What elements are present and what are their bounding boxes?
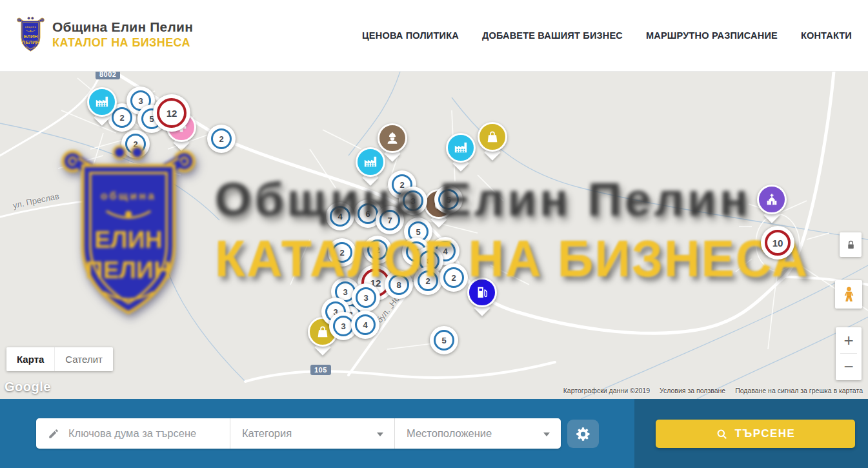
street-view-pegman-button[interactable] [835,280,862,309]
road-number-badge: 105 [310,365,331,375]
site-title: Община Елин Пелин [52,19,193,34]
municipality-crest-icon [15,15,46,54]
search-icon [716,428,728,440]
bag-icon [478,122,507,152]
cluster-count: 2 [211,128,232,149]
search-fields: Категория Местоположение [36,418,561,449]
main-nav: ЦЕНОВА ПОЛИТИКА ДОБАВЕТЕ ВАШИЯТ БИЗНЕС М… [362,0,852,71]
advanced-search-gear-button[interactable] [567,420,599,448]
keyword-field-wrap [36,418,230,449]
cluster-marker[interactable]: 5 [434,185,463,214]
cluster-count: 2 [112,107,132,128]
cluster-marker[interactable]: 4 [326,202,354,230]
nav-add-your-business[interactable]: ДОБАВЕТЕ ВАШИЯТ БИЗНЕС [482,30,623,41]
cluster-count: 5 [438,189,459,210]
nav-contacts[interactable]: КОНТАКТИ [801,30,852,41]
cluster-marker[interactable]: 2 [439,263,468,292]
keyword-search-input[interactable] [67,427,218,440]
nav-pricing-policy[interactable]: ЦЕНОВА ПОЛИТИКА [362,30,459,41]
cluster-count: 4 [355,314,376,335]
map-lock-button[interactable] [840,232,862,257]
cluster-count: 5 [434,330,454,351]
factory-icon [87,87,117,117]
cluster-marker[interactable]: 3 [352,283,380,312]
site-logo[interactable]: Община Елин Пелин КАТАЛОГ НА БИЗНЕСА [15,15,193,54]
site-subtitle: КАТАЛОГ НА БИЗНЕСА [52,36,193,50]
location-select-label: Местоположение [407,427,492,440]
header: Община Елин Пелин КАТАЛОГ НА БИЗНЕСА ЦЕН… [0,0,868,72]
cluster-marker[interactable]: 2 [414,267,442,295]
cluster-marker[interactable]: 10 [761,226,794,259]
cluster-marker[interactable]: 5 [430,326,458,354]
search-bar: Категория Местоположение ТЪРСЕНЕ [0,399,868,468]
factory-icon [446,133,476,163]
cluster-count: 3 [403,190,423,211]
cluster-marker[interactable]: 4 [351,310,379,339]
attribution-report-error-link[interactable]: Подаване на сигнал за грешка в картата [735,387,863,394]
road-number-badge: 8002 [96,72,120,79]
zoom-control: + − [836,327,862,380]
pegman-icon [840,286,858,303]
attribution-terms-link[interactable]: Условия за ползване [660,387,725,394]
cluster-count: 2 [332,242,352,263]
map-type-map-button[interactable]: Карта [6,347,54,371]
factory-icon [356,147,385,177]
cluster-marker[interactable]: 12 [153,94,190,132]
chevron-down-icon [543,432,550,436]
map[interactable]: 8002105ул. Преславбул. „Новосел 23512222… [0,72,868,399]
fuel-icon [467,278,497,307]
google-logo[interactable]: Google [5,380,51,394]
logo-text: Община Елин Пелин КАТАЛОГ НА БИЗНЕСА [52,19,193,49]
chevron-down-icon [377,432,383,436]
cluster-marker[interactable]: 2 [207,125,236,153]
gear-icon [575,426,591,442]
zoom-out-button[interactable]: − [836,354,862,380]
cluster-count: 12 [157,98,187,128]
category-select-label: Категория [242,427,292,440]
search-button[interactable]: ТЪРСЕНЕ [656,420,855,448]
cluster-marker[interactable]: 2 [328,238,356,267]
cluster-count: 10 [765,230,791,256]
church-icon [757,185,787,214]
cluster-count: 2 [443,267,464,288]
cluster-count: 4 [330,206,350,227]
zoom-in-button[interactable]: + [836,327,862,353]
search-button-label: ТЪРСЕНЕ [735,427,796,440]
cluster-count: 2 [418,270,438,291]
search-button-panel: ТЪРСЕНЕ [634,399,868,468]
cluster-count: 2 [367,239,388,260]
cluster-count: 7 [379,210,400,230]
nav-route-schedule[interactable]: МАРШРУТНО РАЗПИСАНИЕ [646,30,778,41]
map-attribution: Картографски данни ©2019 Условия за полз… [563,387,863,394]
map-type-control: Карта Сателит [6,347,113,371]
pencil-icon [48,428,59,440]
cluster-marker[interactable]: 7 [376,206,404,234]
cluster-marker[interactable]: 2 [121,130,150,158]
cluster-count: 2 [125,134,146,154]
cluster-marker[interactable]: 8 [385,270,413,299]
cluster-count: 8 [389,274,409,295]
location-select[interactable]: Местоположение [395,418,561,449]
cluster-marker[interactable]: 2 [363,236,392,264]
cluster-count: 3 [356,287,376,308]
map-type-satellite-button[interactable]: Сателит [54,347,113,371]
lock-icon [845,239,856,250]
cluster-marker[interactable]: 3 [399,187,427,215]
attribution-copyright: Картографски данни ©2019 [563,387,650,394]
category-select[interactable]: Категория [230,418,395,449]
worker-icon [378,123,407,153]
